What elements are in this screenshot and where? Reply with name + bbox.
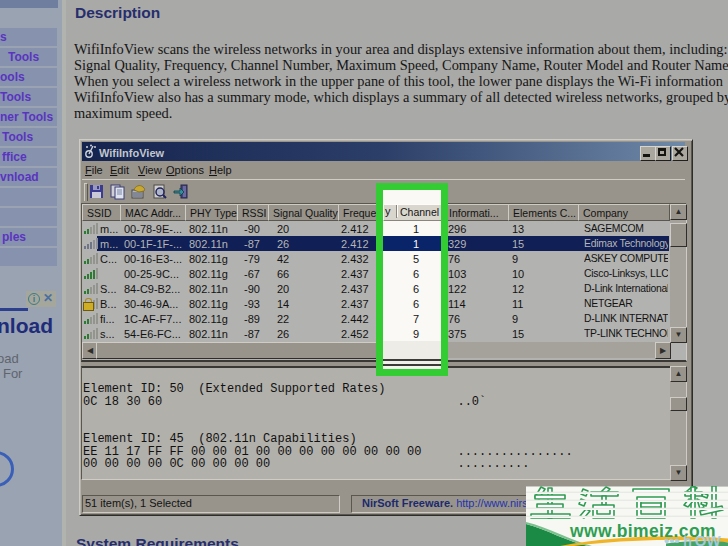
svg-text:•••ｈOW: •••ｈOW — [664, 532, 721, 546]
